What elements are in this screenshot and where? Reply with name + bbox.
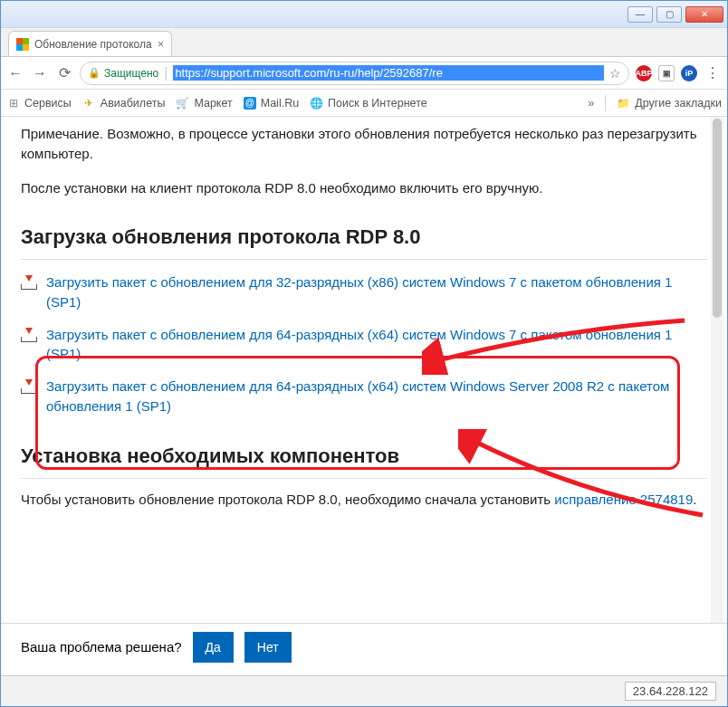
browser-menu-button[interactable]: ⋮ (704, 64, 722, 81)
mailru-icon: @ (244, 97, 256, 110)
extension-abp-icon[interactable]: ABP (636, 65, 652, 81)
window-close-button[interactable]: ✕ (685, 6, 723, 23)
bookmark-other[interactable]: 📁Другие закладки (617, 96, 722, 110)
tab-close-button[interactable]: × (158, 37, 165, 51)
extension-ip-icon[interactable]: iP (681, 65, 697, 81)
window-minimize-button[interactable]: — (627, 6, 653, 23)
tab-title: Обновление протокола (34, 38, 152, 51)
browser-tab[interactable]: Обновление протокола × (8, 31, 172, 56)
bookmark-search[interactable]: 🌐Поиск в Интернете (310, 96, 427, 110)
status-bar: 23.64.228.122 (1, 675, 727, 706)
extension-screenshot-icon[interactable]: ▣ (658, 65, 675, 81)
download-link-server[interactable]: Загрузить пакет с обновлением для 64-раз… (21, 377, 707, 416)
download-icon (21, 328, 37, 342)
bookmark-apps[interactable]: ⊞Сервисы (6, 96, 72, 110)
bookmarks-bar: ⊞Сервисы ✈Авиабилеты 🛒Маркет @Mail.Ru 🌐П… (1, 90, 727, 117)
vertical-scrollbar[interactable] (711, 117, 723, 662)
bookmarks-overflow-button[interactable]: » (588, 97, 594, 110)
feedback-no-button[interactable]: Нет (244, 632, 292, 663)
secure-indicator: 🔒 Защищено (88, 67, 158, 80)
reload-button[interactable]: ⟳ (55, 64, 73, 82)
annotation-arrow-top (422, 311, 694, 375)
window-maximize-button[interactable]: ▢ (656, 6, 682, 23)
bookmark-star-icon[interactable]: ☆ (609, 66, 621, 81)
download-link-x86[interactable]: Загрузить пакет с обновлением для 32-раз… (21, 272, 707, 312)
secure-label: Защищено (104, 67, 158, 80)
page-viewport: Примечание. Возможно, в процессе установ… (1, 117, 727, 662)
forward-button[interactable]: → (31, 64, 49, 82)
lock-icon: 🔒 (88, 67, 101, 79)
back-button[interactable]: ← (6, 64, 24, 82)
heading-download: Загрузка обновления протокола RDP 8.0 (21, 223, 707, 260)
after-install-text: После установки на клиент протокола RDP … (21, 178, 707, 198)
microsoft-favicon (16, 38, 29, 51)
feedback-bar: Ваша проблема решена? Да Нет (1, 623, 727, 670)
plane-icon: ✈ (82, 96, 96, 110)
browser-window: — ▢ ✕ Обновление протокола × ← → ⟳ 🔒 Защ… (0, 0, 728, 707)
cart-icon: 🛒 (176, 96, 189, 110)
toolbar: ← → ⟳ 🔒 Защищено | https://support.micro… (1, 57, 727, 90)
annotation-arrow-bottom (458, 429, 712, 529)
bookmark-flights[interactable]: ✈Авиабилеты (82, 96, 166, 110)
download-icon (21, 379, 37, 394)
apps-icon: ⊞ (6, 96, 20, 110)
feedback-question: Ваша проблема решена? (21, 639, 182, 654)
folder-icon: 📁 (617, 96, 630, 110)
bookmark-market[interactable]: 🛒Маркет (176, 96, 232, 110)
address-bar[interactable]: 🔒 Защищено | https://support.microsoft.c… (80, 62, 629, 85)
bookmark-mailru[interactable]: @Mail.Ru (244, 97, 299, 110)
tab-strip: Обновление протокола × (1, 28, 727, 57)
search-globe-icon: 🌐 (310, 96, 323, 110)
url-text[interactable]: https://support.microsoft.com/ru-ru/help… (173, 65, 604, 81)
window-titlebar: — ▢ ✕ (1, 1, 727, 28)
note-text: Примечание. Возможно, в процессе установ… (21, 124, 707, 164)
download-icon (21, 275, 37, 290)
page-content: Примечание. Возможно, в процессе установ… (1, 117, 727, 662)
scrollbar-thumb[interactable] (713, 119, 722, 318)
ip-address-display: 23.64.228.122 (625, 682, 716, 701)
feedback-yes-button[interactable]: Да (193, 632, 234, 663)
